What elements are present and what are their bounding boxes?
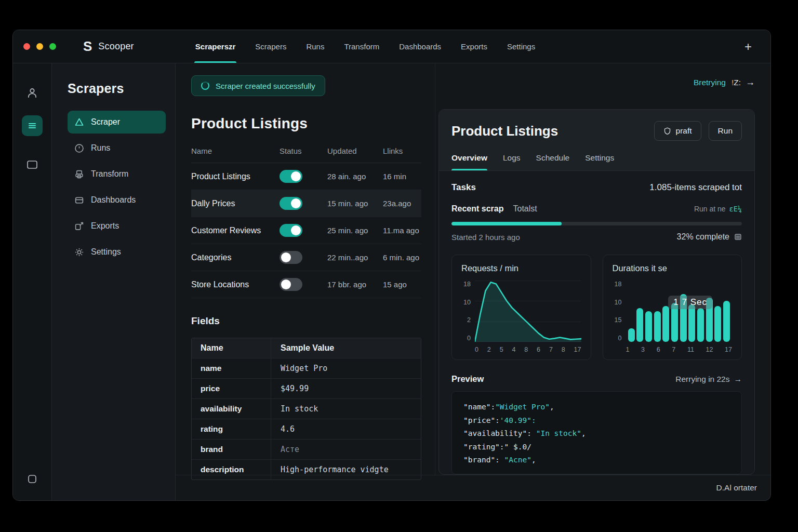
durations-x-axis: 1367111217	[626, 346, 733, 353]
tab-dashboards[interactable]: Dashboards	[399, 30, 441, 63]
field-row[interactable]: nameWidget Pro	[192, 358, 421, 379]
field-row[interactable]: price$49.99	[192, 379, 421, 399]
x-tick: 3	[641, 346, 645, 353]
add-icon[interactable]: +	[744, 39, 752, 54]
field-row[interactable]: rating4.6	[192, 419, 421, 440]
y-tick: 18	[463, 281, 471, 288]
clock-icon	[74, 143, 84, 153]
triangle-icon	[74, 117, 84, 127]
code-token: '40.99":	[500, 416, 536, 424]
row-name: Store Locations	[191, 280, 280, 289]
y-tick: 0	[467, 335, 471, 342]
table-row[interactable]: Product Listings28 ain. ago16 min	[191, 163, 421, 190]
run-button[interactable]: Run	[709, 121, 742, 141]
status-toggle[interactable]	[280, 278, 302, 291]
arrow-right-icon[interactable]: →	[746, 77, 755, 88]
titlebar: S Scooper ScraperszrScrapersRunsTransfor…	[13, 30, 770, 63]
table-row[interactable]: Categories22 min..ago6 min. ago	[191, 244, 421, 271]
tasks-label: Tasks	[451, 182, 476, 193]
row-status	[280, 170, 327, 183]
sidebar-item-settings[interactable]: Settings	[68, 241, 166, 263]
run-at-value: ɛE¼	[729, 205, 742, 213]
panel-title: Product Listings	[451, 123, 654, 139]
panel-tab-settings[interactable]: Settings	[585, 153, 614, 170]
sidebar-item-exports[interactable]: Exports	[68, 215, 166, 237]
tab-transform[interactable]: Transform	[344, 30, 379, 63]
row-status	[280, 278, 327, 291]
zoom-window-button[interactable]	[49, 43, 56, 50]
x-tick: 7	[672, 346, 675, 353]
started-label: Started 2 hours ago	[451, 233, 520, 242]
bar	[688, 304, 695, 342]
toast-success: Scraper created successfully	[191, 75, 325, 96]
row-updated: 25 min. ago	[327, 226, 383, 235]
field-name: rating	[192, 419, 271, 439]
x-tick: 5	[500, 346, 503, 353]
tab-exports[interactable]: Exports	[461, 30, 487, 63]
status-toggle[interactable]	[280, 251, 302, 264]
panel-tab-logs[interactable]: Logs	[503, 153, 521, 170]
tab-settings[interactable]: Settings	[507, 30, 535, 63]
window-icon[interactable]	[26, 473, 38, 485]
status-toggle[interactable]	[280, 170, 302, 183]
field-name: name	[192, 358, 271, 378]
shield-icon	[663, 127, 671, 135]
durations-plot	[626, 281, 733, 342]
status-toggle[interactable]	[280, 224, 302, 237]
field-row[interactable]: availabilityIn stock	[192, 399, 421, 419]
gear-icon	[74, 247, 84, 257]
row-name: Categories	[191, 253, 280, 262]
row-links: 15 ago	[383, 280, 421, 289]
toggle-knob	[291, 171, 301, 181]
app-window: S Scooper ScraperszrScrapersRunsTransfor…	[12, 30, 771, 501]
x-tick: 17	[574, 346, 581, 353]
retry-in-label[interactable]: Rerrying in 22s →	[675, 375, 742, 384]
panel-tab-overview[interactable]: Overview	[451, 153, 487, 170]
sidebar-item-runs[interactable]: Runs	[68, 137, 166, 159]
tab-runs[interactable]: Runs	[306, 30, 324, 63]
requests-chart-card: Requests / min 181020 0254867817	[451, 255, 591, 360]
bar	[723, 301, 730, 342]
sidebar-item-label: Runs	[91, 143, 110, 153]
layers-icon[interactable]	[734, 233, 742, 241]
x-tick: 8	[524, 346, 528, 353]
status-toggle[interactable]	[280, 197, 302, 210]
row-links: 16 min	[383, 172, 421, 181]
detail-panel: Bretrying !Z: → Product Listings praft	[435, 63, 770, 475]
panel-tab-schedule[interactable]: Schedule	[536, 153, 570, 170]
user-icon[interactable]	[25, 86, 39, 100]
code-line: "name":"Widget Pro",	[463, 401, 731, 414]
sidebar-item-transform[interactable]: Transform	[68, 163, 166, 185]
menu-icon[interactable]	[22, 115, 43, 136]
y-tick: 18	[615, 281, 622, 288]
tab-scraperszr[interactable]: Scraperszr	[195, 30, 236, 63]
retry-banner[interactable]: Bretrying !Z: →	[438, 75, 755, 89]
draft-button[interactable]: praft	[654, 121, 701, 141]
durations-chart-title: Durations it se	[613, 263, 733, 273]
minimize-window-button[interactable]	[36, 43, 43, 50]
y-tick: 2	[467, 316, 471, 324]
sidebar-item-dashboards[interactable]: Dashboards	[68, 189, 166, 211]
x-tick: 12	[706, 346, 713, 353]
code-token: "In stock"	[536, 429, 581, 437]
arrow-right-icon[interactable]: →	[734, 375, 742, 384]
transform-icon	[74, 169, 84, 179]
run-at-label: Run at neɛE¼	[694, 205, 742, 213]
card-header: Product Listings praft Run OverviewLogsS…	[439, 110, 754, 171]
app-title: Scooper	[98, 41, 134, 52]
tab-scrapers[interactable]: Scrapers	[255, 30, 286, 63]
table-row[interactable]: Store Locations17 bbr. ago15 ago	[191, 271, 421, 298]
close-window-button[interactable]	[23, 43, 30, 50]
panel-icon[interactable]	[25, 159, 39, 170]
sidebar-item-scraper[interactable]: Scraper	[68, 111, 166, 134]
scraped-total: 1.085-items scraped tot	[649, 182, 742, 193]
complete-label: 32% complete	[677, 232, 742, 242]
table-row[interactable]: Dally Prices15 min. ago23a.ago	[191, 190, 421, 217]
toast-message: Scraper created successfully	[216, 82, 315, 90]
bar	[645, 311, 652, 342]
code-token: "Widget Pro"	[495, 403, 550, 411]
dashboards-icon	[74, 195, 84, 205]
field-row[interactable]: brandAcтe	[192, 440, 421, 460]
field-value: Acтe	[271, 440, 421, 459]
table-row[interactable]: Customer Reviews25 min. ago11.ma ago	[191, 217, 421, 244]
